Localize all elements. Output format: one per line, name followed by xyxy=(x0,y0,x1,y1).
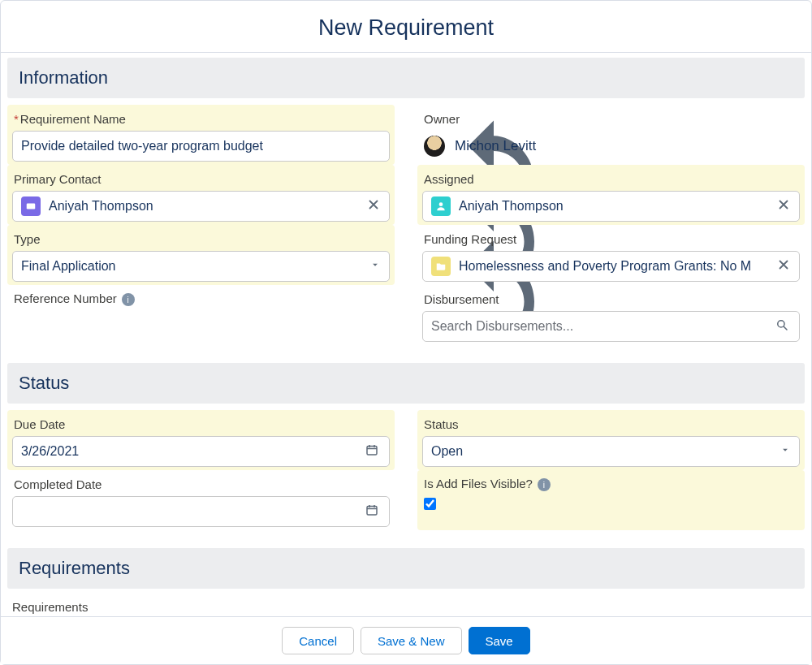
field-add-files-visible: Is Add Files Visible?i xyxy=(417,470,805,530)
assigned-value: Aniyah Thompson xyxy=(459,199,564,214)
field-requirement-name: *Requirement Name xyxy=(7,105,395,165)
assigned-lookup[interactable]: Aniyah Thompson xyxy=(422,191,800,222)
owner-name: Michon Levitt xyxy=(455,138,536,154)
save-button[interactable]: Save xyxy=(469,627,530,654)
type-label: Type xyxy=(14,232,41,246)
field-completed-date: Completed Date xyxy=(7,470,395,530)
type-value: Final Application xyxy=(21,259,116,274)
field-primary-contact: Primary Contact Aniyah Thompson xyxy=(7,165,395,225)
status-value: Open xyxy=(431,444,463,459)
due-date-input[interactable] xyxy=(21,444,381,459)
clear-primary-contact-icon[interactable] xyxy=(366,197,381,215)
information-grid: *Requirement Name Owner Michon Levitt xyxy=(7,98,805,358)
modal-header: New Requirement xyxy=(1,1,811,53)
clear-assigned-icon[interactable] xyxy=(776,197,791,215)
undo-icon[interactable] xyxy=(782,476,798,492)
requirements-block: Requirements Salesforce Sans 12 xyxy=(7,589,805,616)
contact-icon xyxy=(21,196,41,216)
primary-contact-lookup[interactable]: Aniyah Thompson xyxy=(12,191,390,222)
modal-body: Information *Requirement Name Owner xyxy=(1,53,811,616)
section-status: Status xyxy=(7,363,805,404)
requirement-name-input[interactable] xyxy=(21,139,381,153)
undo-icon[interactable] xyxy=(372,416,388,432)
info-icon[interactable]: i xyxy=(538,478,551,491)
disbursement-label: Disbursement xyxy=(424,292,499,306)
owner-avatar-icon xyxy=(424,136,445,157)
info-icon[interactable]: i xyxy=(122,293,135,306)
field-reference-number: Reference Numberi xyxy=(7,285,395,345)
field-owner: Owner Michon Levitt xyxy=(417,105,805,165)
undo-icon[interactable] xyxy=(782,416,798,432)
funding-request-value: Homelessness and Poverty Program Grants:… xyxy=(459,259,751,274)
field-status: Status Open xyxy=(417,410,805,470)
undo-icon[interactable] xyxy=(782,171,798,187)
completed-date-input[interactable] xyxy=(21,504,381,519)
add-files-label: Is Add Files Visible?i xyxy=(424,477,551,492)
owner-label: Owner xyxy=(424,112,460,126)
primary-contact-label: Primary Contact xyxy=(14,172,102,186)
funding-request-lookup[interactable]: Homelessness and Poverty Program Grants:… xyxy=(422,251,800,282)
due-date-input-wrap xyxy=(12,436,390,467)
calendar-icon[interactable] xyxy=(365,443,379,460)
field-type: Type Final Application xyxy=(7,225,395,285)
undo-icon[interactable] xyxy=(372,231,388,247)
modal-title: New Requirement xyxy=(1,15,811,41)
chevron-down-icon xyxy=(780,444,791,459)
undo-icon[interactable] xyxy=(372,171,388,187)
new-requirement-modal: New Requirement Information *Requirement… xyxy=(0,0,812,665)
section-requirements: Requirements xyxy=(7,548,805,589)
person-icon xyxy=(431,196,451,216)
field-due-date: Due Date xyxy=(7,410,395,470)
status-grid: Due Date Status Open xyxy=(7,404,805,543)
save-and-new-button[interactable]: Save & New xyxy=(361,627,462,654)
section-information: Information xyxy=(7,58,805,98)
cancel-button[interactable]: Cancel xyxy=(282,627,354,654)
chevron-down-icon xyxy=(369,259,381,274)
assigned-label: Assigned xyxy=(424,172,474,186)
funding-request-label: Funding Request xyxy=(424,232,516,246)
field-assigned: Assigned Aniyah Thompson xyxy=(417,165,805,225)
requirement-name-label: *Requirement Name xyxy=(14,112,126,126)
reference-number-label: Reference Numberi xyxy=(14,291,135,307)
completed-date-label: Completed Date xyxy=(14,477,102,491)
type-select[interactable]: Final Application xyxy=(12,251,390,282)
requirement-name-input-wrap xyxy=(12,131,390,162)
modal-footer: Cancel Save & New Save xyxy=(1,616,811,664)
disbursement-search-wrap xyxy=(422,311,800,342)
calendar-icon[interactable] xyxy=(365,503,379,520)
folder-icon xyxy=(431,257,451,276)
completed-date-input-wrap xyxy=(12,496,390,527)
field-disbursement: Disbursement xyxy=(417,285,805,345)
add-files-checkbox[interactable] xyxy=(424,498,436,510)
primary-contact-value: Aniyah Thompson xyxy=(49,199,153,214)
field-funding-request: Funding Request Homelessness and Poverty… xyxy=(417,225,805,285)
status-select[interactable]: Open xyxy=(422,436,800,467)
search-icon xyxy=(775,317,789,335)
clear-funding-request-icon[interactable] xyxy=(776,257,791,275)
status-label: Status xyxy=(424,417,459,431)
due-date-label: Due Date xyxy=(14,417,65,431)
requirements-label: Requirements xyxy=(12,595,800,616)
undo-icon[interactable] xyxy=(372,110,388,127)
disbursement-search-input[interactable] xyxy=(431,319,791,334)
